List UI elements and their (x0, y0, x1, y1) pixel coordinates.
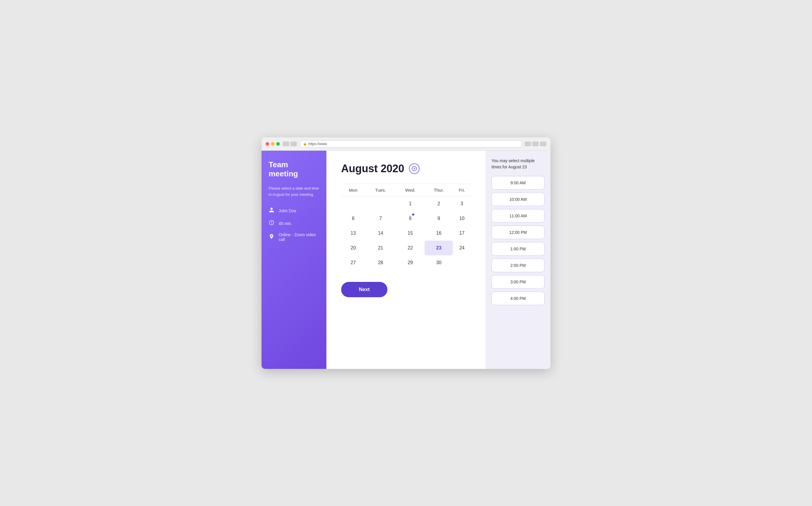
time-slot-9am[interactable]: 9:00 AM (491, 176, 545, 190)
calendar-day-10[interactable]: 10 (453, 211, 471, 226)
calendar-day-3[interactable]: 3 (453, 196, 471, 211)
calendar-day-1[interactable]: 1 (396, 196, 425, 211)
weekday-thur: Thur. (425, 184, 453, 196)
calendar-weekday-row: Mon Tues. Wed. Thur. Fri. (341, 184, 471, 196)
menu-button[interactable] (540, 142, 546, 146)
day-indicator-dot (412, 214, 414, 216)
sidebar-title: Team meeting (269, 160, 319, 178)
calendar-day-24[interactable]: 24 (453, 241, 471, 255)
sidebar: Team meeting Please select a date and ti… (262, 151, 327, 369)
calendar-month-title: August 2020 (341, 162, 404, 175)
browser-chrome: 🔒 https://www. (262, 138, 550, 151)
time-slot-2pm[interactable]: 2:00 PM (491, 259, 545, 272)
time-slot-1pm[interactable]: 1:00 PM (491, 242, 545, 256)
calendar-grid: Mon Tues. Wed. Thur. Fri. 1 2 3 (341, 184, 471, 270)
calendar-week-1: 1 2 3 (341, 196, 471, 211)
svg-point-1 (412, 166, 417, 171)
calendar-week-2: 6 7 8 9 10 (341, 211, 471, 226)
calendar-day-14[interactable]: 14 (365, 226, 396, 241)
weekday-tues: Tues. (365, 184, 396, 196)
duration-text: 45 min. (279, 221, 292, 226)
time-slot-12pm[interactable]: 12:00 PM (491, 226, 545, 239)
close-button[interactable] (266, 142, 269, 146)
next-button[interactable]: Next (341, 282, 387, 297)
calendar-day-27[interactable]: 27 (341, 255, 365, 270)
traffic-lights (266, 142, 280, 146)
calendar-day-28[interactable]: 28 (365, 255, 396, 270)
calendar-day-23[interactable]: 23 (425, 241, 453, 255)
sidebar-description: Please select a date and time in August … (269, 185, 319, 198)
calendar-week-5: 27 28 29 30 (341, 255, 471, 270)
calendar-day-15[interactable]: 15 (396, 226, 425, 241)
address-bar[interactable]: 🔒 https://www. (300, 140, 522, 148)
calendar-day-17[interactable]: 17 (453, 226, 471, 241)
person-icon (269, 207, 274, 215)
calendar-day-empty (365, 196, 396, 211)
time-slot-10am[interactable]: 10:00 AM (491, 192, 545, 206)
time-panel: You may select multiple times for August… (485, 151, 550, 369)
forward-button[interactable] (290, 142, 297, 146)
browser-right-controls (525, 142, 546, 146)
calendar-header: August 2020 (341, 162, 471, 175)
time-slot-11am[interactable]: 11:00 AM (491, 209, 545, 223)
weekday-fri: Fri. (453, 184, 471, 196)
time-slot-3pm[interactable]: 3:00 PM (491, 275, 545, 289)
calendar-day-29[interactable]: 29 (396, 255, 425, 270)
calendar-day-22[interactable]: 22 (396, 241, 425, 255)
minimize-button[interactable] (271, 142, 274, 146)
next-month-button[interactable] (409, 163, 420, 174)
sidebar-duration-item: 45 min. (269, 220, 319, 227)
share-button[interactable] (525, 142, 531, 146)
calendar-day-7[interactable]: 7 (365, 211, 396, 226)
main-content: August 2020 Mon Tues. Wed. Thur. Fri. (327, 151, 485, 369)
browser-window: 🔒 https://www. Team meeting Please selec… (262, 138, 550, 369)
calendar-day-21[interactable]: 21 (365, 241, 396, 255)
calendar-day-16[interactable]: 16 (425, 226, 453, 241)
calendar-week-3: 13 14 15 16 17 (341, 226, 471, 241)
location-icon (269, 234, 274, 241)
sidebar-person-item: John Doe (269, 207, 319, 215)
lock-icon: 🔒 (303, 142, 307, 145)
calendar-day-empty (453, 255, 471, 270)
person-name: John Doe (279, 208, 296, 213)
calendar-day-13[interactable]: 13 (341, 226, 365, 241)
fullscreen-button[interactable] (276, 142, 280, 146)
calendar-week-4: 20 21 22 23 24 (341, 241, 471, 255)
calendar-day-2[interactable]: 2 (425, 196, 453, 211)
back-button[interactable] (283, 142, 289, 146)
calendar-day-8[interactable]: 8 (396, 211, 425, 226)
calendar-day-6[interactable]: 6 (341, 211, 365, 226)
calendar-day-20[interactable]: 20 (341, 241, 365, 255)
calendar-day-9[interactable]: 9 (425, 211, 453, 226)
time-slot-4pm[interactable]: 4:00 PM (491, 291, 545, 305)
sidebar-info: John Doe 45 min. (269, 207, 319, 242)
location-text: Online - Zoom video call (279, 232, 319, 242)
time-panel-header: You may select multiple times for August… (491, 158, 545, 170)
app-layout: Team meeting Please select a date and ti… (262, 151, 550, 369)
clock-icon (269, 220, 274, 227)
weekday-wed: Wed. (396, 184, 425, 196)
browser-nav-controls (283, 142, 297, 146)
url-text: https://www. (308, 142, 328, 146)
calendar-day-30[interactable]: 30 (425, 255, 453, 270)
extensions-button[interactable] (532, 142, 539, 146)
sidebar-location-item: Online - Zoom video call (269, 232, 319, 242)
weekday-mon: Mon (341, 184, 365, 196)
calendar-day-empty (341, 196, 365, 211)
